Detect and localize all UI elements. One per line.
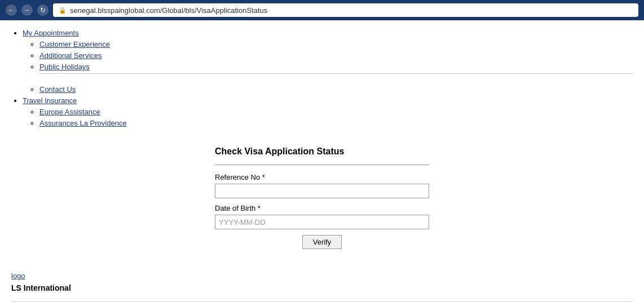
reference-input[interactable] (215, 184, 429, 198)
address-bar[interactable]: 🔒 senegal.blsspainglobal.com/Global/bls/… (53, 3, 638, 17)
nav-item-assurances: Assurances La Providence (39, 118, 633, 127)
nav-link-customer-experience[interactable]: Customer Experience (39, 40, 110, 48)
refresh-button[interactable]: ↻ (37, 5, 48, 16)
footer-company-name: LS International (11, 283, 71, 292)
nav-link-assurances[interactable]: Assurances La Providence (39, 119, 127, 127)
footer-logo-link[interactable]: logo (11, 272, 633, 280)
reference-group: Reference No * (215, 173, 429, 198)
lock-icon: 🔒 (59, 7, 67, 14)
nav-item-contact-us: Contact Us (39, 85, 633, 94)
form-divider (215, 165, 429, 165)
dob-label: Date of Birth * (215, 204, 429, 212)
nav-link-travel-insurance[interactable]: Travel Insurance (23, 96, 77, 105)
nav-link-public-holidays[interactable]: Public Holidays (39, 63, 90, 71)
form-title: Check Visa Application Status (215, 146, 429, 157)
nav-item-my-appointments: My Appointments Customer Experience Addi… (23, 28, 633, 94)
nav-link-contact-us[interactable]: Contact Us (39, 85, 76, 94)
dob-group: Date of Birth * (215, 204, 429, 229)
footer-area: logo LS International (0, 266, 644, 302)
nav-item-public-holidays: Public Holidays (39, 62, 633, 71)
nav-item-travel-insurance: Travel Insurance Europe Assistance Assur… (23, 96, 633, 127)
browser-bar: ← → ↻ 🔒 senegal.blsspainglobal.com/Globa… (0, 0, 644, 20)
nav-item-customer-experience: Customer Experience (39, 39, 633, 48)
nav-link-europe-assistance[interactable]: Europe Assistance (39, 108, 100, 116)
nav-item-europe-assistance: Europe Assistance (39, 107, 633, 116)
nav-separator (39, 73, 633, 74)
main-nav: My Appointments Customer Experience Addi… (11, 28, 633, 127)
forward-button[interactable]: → (21, 5, 33, 16)
nav-item-additional-services: Additional Services (39, 51, 633, 60)
url-text: senegal.blsspainglobal.com/Global/bls/Vi… (70, 6, 267, 15)
main-area: Check Visa Application Status Reference … (0, 135, 644, 249)
nav-divider-li (39, 73, 633, 74)
form-container: Check Visa Application Status Reference … (204, 146, 440, 249)
reference-label: Reference No * (215, 173, 429, 181)
page-content: My Appointments Customer Experience Addi… (0, 20, 644, 135)
nav-link-my-appointments[interactable]: My Appointments (23, 29, 79, 37)
back-button[interactable]: ← (6, 5, 17, 16)
verify-button[interactable]: Verify (302, 235, 342, 249)
dob-input[interactable] (215, 215, 429, 229)
nav-separator-item (39, 73, 633, 82)
nav-link-additional-services[interactable]: Additional Services (39, 51, 102, 60)
